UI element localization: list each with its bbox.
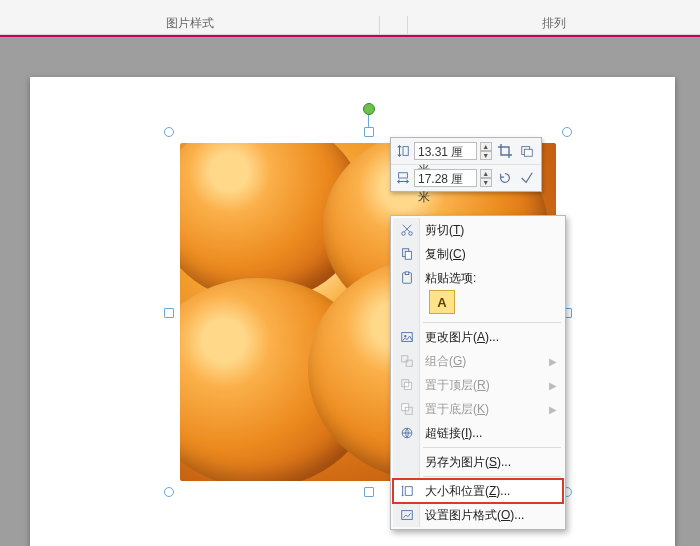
ribbon-group-label: 排列 bbox=[542, 16, 566, 30]
resize-handle-b[interactable] bbox=[364, 487, 374, 497]
height-input[interactable]: 13.31 厘米 bbox=[414, 142, 477, 160]
bring-front-icon bbox=[398, 376, 416, 394]
menu-save-as-picture[interactable]: 另存为图片(S)... bbox=[393, 450, 563, 474]
height-row: 13.31 厘米 ▲▼ bbox=[391, 138, 541, 165]
menu-cut[interactable]: 剪切(T) bbox=[393, 218, 563, 242]
rotate-button[interactable] bbox=[495, 168, 515, 188]
svg-rect-2 bbox=[525, 149, 533, 156]
menu-group: 组合(G) ▶ bbox=[393, 349, 563, 373]
height-spinner[interactable]: ▲▼ bbox=[480, 142, 492, 160]
menu-label: 复制(C) bbox=[425, 246, 466, 263]
context-menu: 剪切(T) 复制(C) 粘贴选项: A 更改图片(A)... bbox=[390, 215, 566, 530]
rotation-handle[interactable] bbox=[363, 103, 375, 115]
ribbon-group-label: 图片样式 bbox=[166, 16, 214, 30]
menu-label: 置于顶层(R) bbox=[425, 377, 490, 394]
submenu-arrow-icon: ▶ bbox=[549, 380, 557, 391]
svg-point-11 bbox=[404, 335, 406, 337]
width-row: 17.28 厘米 ▲▼ bbox=[391, 165, 541, 191]
resize-handle-l[interactable] bbox=[164, 308, 174, 318]
copy-icon bbox=[398, 245, 416, 263]
menu-separator bbox=[423, 447, 561, 448]
menu-separator bbox=[423, 322, 561, 323]
format-picture-icon bbox=[398, 506, 416, 524]
svg-rect-3 bbox=[399, 173, 408, 178]
menu-label: 组合(G) bbox=[425, 353, 466, 370]
change-picture-icon bbox=[398, 328, 416, 346]
paste-option-keep-text[interactable]: A bbox=[429, 290, 455, 314]
resize-handle-t[interactable] bbox=[364, 127, 374, 137]
reset-button[interactable] bbox=[517, 141, 537, 161]
menu-send-to-back: 置于底层(K) ▶ bbox=[393, 397, 563, 421]
ribbon-strip: 图片样式 排列 bbox=[0, 0, 700, 35]
menu-label: 更改图片(A)... bbox=[425, 329, 499, 346]
size-position-icon bbox=[398, 482, 416, 500]
align-button[interactable] bbox=[517, 168, 537, 188]
menu-label: 超链接(I)... bbox=[425, 425, 482, 442]
menu-bring-to-front: 置于顶层(R) ▶ bbox=[393, 373, 563, 397]
slide-canvas[interactable]: 13.31 厘米 ▲▼ 17.28 厘米 ▲▼ 剪切(T) bbox=[30, 77, 675, 546]
menu-change-picture[interactable]: 更改图片(A)... bbox=[393, 325, 563, 349]
svg-rect-9 bbox=[405, 272, 409, 275]
svg-point-5 bbox=[409, 232, 413, 236]
svg-rect-14 bbox=[404, 382, 411, 389]
menu-separator bbox=[423, 476, 561, 477]
menu-paste-options: A bbox=[393, 290, 563, 320]
resize-handle-bl[interactable] bbox=[164, 487, 174, 497]
height-icon bbox=[395, 143, 411, 159]
menu-label: 大小和位置(Z)... bbox=[425, 483, 510, 500]
width-icon bbox=[395, 170, 411, 186]
menu-hyperlink[interactable]: 超链接(I)... bbox=[393, 421, 563, 445]
workspace: 13.31 厘米 ▲▼ 17.28 厘米 ▲▼ 剪切(T) bbox=[0, 37, 700, 546]
svg-rect-13 bbox=[406, 360, 412, 366]
menu-label: 粘贴选项: bbox=[425, 270, 476, 287]
resize-handle-tr[interactable] bbox=[562, 127, 572, 137]
crop-button[interactable] bbox=[495, 141, 515, 161]
ribbon-group-spacer bbox=[380, 16, 408, 34]
menu-label: 另存为图片(S)... bbox=[425, 454, 511, 471]
rotation-stem bbox=[368, 113, 369, 127]
menu-label: 置于底层(K) bbox=[425, 401, 489, 418]
width-input[interactable]: 17.28 厘米 bbox=[414, 169, 477, 187]
svg-rect-19 bbox=[402, 511, 413, 520]
submenu-arrow-icon: ▶ bbox=[549, 356, 557, 367]
menu-format-picture[interactable]: 设置图片格式(O)... bbox=[393, 503, 563, 527]
menu-paste-header: 粘贴选项: bbox=[393, 266, 563, 290]
menu-copy[interactable]: 复制(C) bbox=[393, 242, 563, 266]
ribbon-group-picture-styles: 图片样式 bbox=[0, 16, 380, 34]
svg-rect-12 bbox=[402, 356, 408, 362]
menu-label: 剪切(T) bbox=[425, 222, 464, 239]
ribbon-group-arrange: 排列 bbox=[408, 16, 700, 34]
menu-label: 设置图片格式(O)... bbox=[425, 507, 524, 524]
svg-rect-0 bbox=[403, 147, 408, 156]
size-mini-toolbar: 13.31 厘米 ▲▼ 17.28 厘米 ▲▼ bbox=[390, 137, 542, 192]
hyperlink-icon bbox=[398, 424, 416, 442]
svg-rect-7 bbox=[405, 251, 411, 259]
menu-size-and-position[interactable]: 大小和位置(Z)... bbox=[393, 479, 563, 503]
clipboard-icon bbox=[398, 269, 416, 287]
svg-point-4 bbox=[402, 232, 406, 236]
width-spinner[interactable]: ▲▼ bbox=[480, 169, 492, 187]
group-icon bbox=[398, 352, 416, 370]
submenu-arrow-icon: ▶ bbox=[549, 404, 557, 415]
scissors-icon bbox=[398, 221, 416, 239]
resize-handle-tl[interactable] bbox=[164, 127, 174, 137]
send-back-icon bbox=[398, 400, 416, 418]
